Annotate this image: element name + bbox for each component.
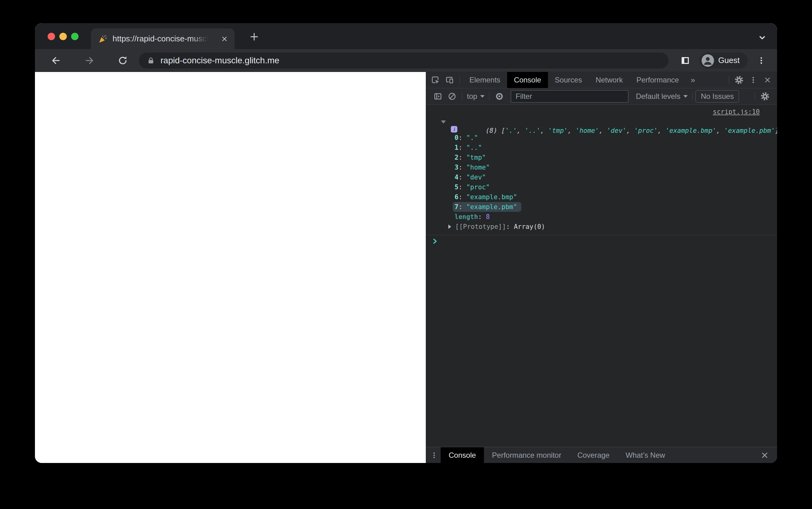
zoom-window-button[interactable] <box>71 33 79 40</box>
close-icon <box>760 451 769 460</box>
clear-console-icon <box>447 92 457 101</box>
device-toolbar-button[interactable] <box>442 72 457 88</box>
console-toolbar: top Default levels No Issues <box>426 88 777 105</box>
avatar-icon <box>701 54 714 67</box>
inspect-cursor-icon <box>431 75 440 84</box>
array-length-row[interactable]: length: 8 <box>426 212 777 222</box>
back-arrow-icon <box>51 55 62 66</box>
array-entry-4[interactable]: 4: "dev" <box>426 172 777 182</box>
kebab-menu-icon <box>749 76 757 84</box>
forward-arrow-icon <box>84 55 95 66</box>
divider <box>729 76 729 84</box>
page-content <box>35 72 426 463</box>
devtools-tab-console[interactable]: Console <box>507 72 548 88</box>
devtools-tab-elements[interactable]: Elements <box>463 72 507 88</box>
console-prompt[interactable] <box>426 235 777 247</box>
gear-icon <box>760 92 770 101</box>
reload-icon <box>117 55 128 66</box>
console-prompt-chevron-icon <box>432 238 438 244</box>
source-location-link[interactable]: script.js:10 <box>713 108 760 115</box>
close-window-button[interactable] <box>48 33 55 40</box>
more-tabs-button[interactable]: » <box>686 72 700 88</box>
console-settings-button[interactable] <box>758 92 772 101</box>
array-entry-2[interactable]: 2: "tmp" <box>426 152 777 163</box>
close-icon <box>221 35 228 43</box>
console-message-source: script.js:10 <box>426 107 777 116</box>
issues-counter[interactable]: No Issues <box>695 90 739 103</box>
divider <box>460 76 460 84</box>
devtools-drawer: Console Performance monitor Coverage Wha… <box>426 447 777 463</box>
side-panel-icon <box>681 56 690 65</box>
lock-icon <box>147 57 155 65</box>
devtools-settings-button[interactable] <box>732 75 746 84</box>
devtools-tab-sources[interactable]: Sources <box>548 72 589 88</box>
drawer-tab-whats-new[interactable]: What’s New <box>618 447 673 463</box>
address-bar[interactable]: rapid-concise-muscle.glitch.me <box>139 53 668 69</box>
url-text: rapid-concise-muscle.glitch.me <box>160 56 279 66</box>
devtools-menu-button[interactable] <box>746 76 760 84</box>
log-levels-dropdown[interactable]: Default levels <box>634 92 690 101</box>
drawer-tab-coverage[interactable]: Coverage <box>569 447 618 463</box>
clear-console-button[interactable] <box>445 92 459 101</box>
devtools-tab-network[interactable]: Network <box>589 72 630 88</box>
tab-search-button[interactable] <box>756 32 769 44</box>
gear-icon <box>735 75 744 84</box>
drawer-menu-button[interactable] <box>428 447 441 463</box>
drawer-tab-console[interactable]: Console <box>441 447 484 463</box>
console-array-preview[interactable]: (8) ['.', '..', 'tmp', 'home', 'dev', 'p… <box>426 116 777 126</box>
kebab-menu-icon <box>431 451 438 459</box>
array-count: (8) <box>486 127 501 134</box>
titlebar: https://rapid-concise-muscle.g <box>35 23 777 49</box>
devtools-tabbar: Elements Console Sources Network Perform… <box>426 72 777 88</box>
side-panel-button[interactable] <box>679 54 692 67</box>
array-entry-7-highlighted[interactable]: 7: "example.pbm" <box>426 202 777 212</box>
collapse-triangle-icon[interactable] <box>441 121 446 124</box>
plus-icon <box>249 32 259 42</box>
minimize-window-button[interactable] <box>59 33 67 40</box>
eye-icon <box>495 92 504 101</box>
reload-button[interactable] <box>116 54 130 67</box>
device-toolbar-icon <box>445 75 454 84</box>
devtools-close-button[interactable] <box>760 76 775 84</box>
divider <box>489 92 490 100</box>
back-button[interactable] <box>49 54 63 67</box>
array-entry-6[interactable]: 6: "example.bmp" <box>426 192 777 202</box>
tab-title: https://rapid-concise-muscle.g <box>113 34 211 43</box>
levels-label: Default levels <box>636 92 680 101</box>
array-entry-1[interactable]: 1: ".." <box>426 143 777 152</box>
new-tab-button[interactable] <box>248 31 260 43</box>
execution-context-dropdown[interactable]: top <box>465 92 487 101</box>
inspect-element-button[interactable] <box>428 72 442 88</box>
browser-window: https://rapid-concise-muscle.g <box>35 23 777 463</box>
prototype-row[interactable]: [[Prototype]]: Array(0) <box>426 222 777 232</box>
profile-button[interactable]: Guest <box>699 53 748 69</box>
divider <box>692 92 693 100</box>
party-popper-icon <box>98 34 107 43</box>
browser-menu-button[interactable] <box>756 54 767 67</box>
traffic-lights <box>48 33 79 40</box>
kebab-menu-icon <box>757 56 766 65</box>
tab-title-fade <box>191 34 211 43</box>
forward-button[interactable] <box>83 54 96 67</box>
console-sidebar-icon <box>433 92 442 101</box>
divider <box>462 92 462 100</box>
browser-tab[interactable]: https://rapid-concise-muscle.g <box>91 28 235 49</box>
main-area: Elements Console Sources Network Perform… <box>35 72 777 463</box>
devtools-tab-performance[interactable]: Performance <box>630 72 686 88</box>
expand-triangle-icon[interactable] <box>448 225 451 229</box>
caret-down-icon <box>683 95 688 98</box>
live-expression-button[interactable] <box>492 92 506 101</box>
caret-down-icon <box>480 95 485 98</box>
navigation-bar: rapid-concise-muscle.glitch.me Guest <box>35 49 777 72</box>
console-filter-input[interactable] <box>511 90 628 103</box>
context-label: top <box>467 92 477 101</box>
drawer-close-button[interactable] <box>758 449 771 462</box>
devtools-tabbar-right <box>726 72 777 88</box>
console-output: script.js:10 (8) ['.', '..', 'tmp', 'hom… <box>426 105 777 447</box>
tab-close-button[interactable] <box>219 34 230 44</box>
drawer-tab-performance-monitor[interactable]: Performance monitor <box>484 447 569 463</box>
array-entry-3[interactable]: 3: "home" <box>426 163 777 172</box>
console-sidebar-toggle-button[interactable] <box>431 92 445 101</box>
array-entry-5[interactable]: 5: "proc" <box>426 182 777 192</box>
profile-label: Guest <box>718 56 740 65</box>
